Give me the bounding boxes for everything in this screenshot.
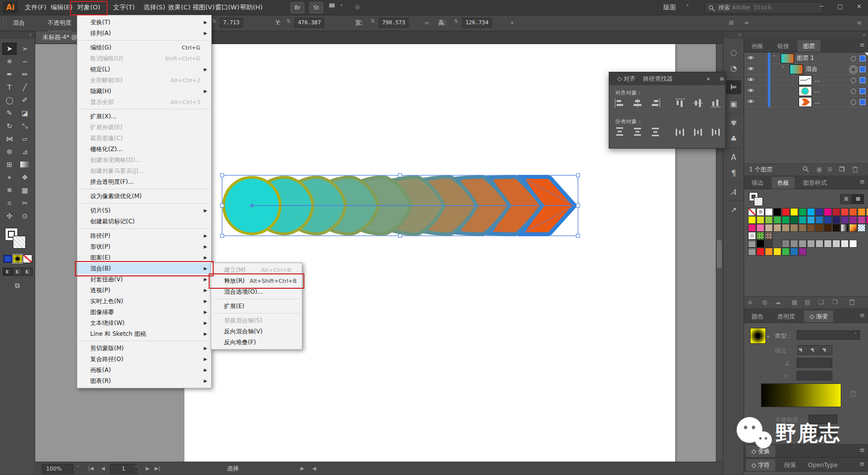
swatch[interactable] (858, 216, 866, 224)
color-button[interactable] (3, 255, 12, 263)
layer-target-icon[interactable] (851, 67, 856, 72)
height-value[interactable]: 126.734 (462, 18, 492, 28)
swatch[interactable] (756, 240, 764, 248)
new-sublayer-icon[interactable]: ⊞ (827, 166, 832, 173)
swatch[interactable] (782, 208, 790, 216)
panel-grid-icon[interactable]: ⊞ (729, 15, 734, 31)
gradient-type-chevron-icon[interactable]: ˅ (854, 332, 857, 338)
object-menu-item-12[interactable]: 栅格化(Z)... (77, 144, 211, 155)
fill-proxy[interactable] (13, 236, 26, 249)
arrange-documents-icon[interactable] (329, 3, 337, 10)
swatch[interactable] (799, 224, 807, 232)
selection-tool[interactable]: ➤ (2, 43, 17, 55)
pathfinder-icon[interactable]: ▣ (726, 97, 741, 111)
object-menu-item-16[interactable]: 设为像素级优化(M) (77, 191, 211, 202)
object-menu-item-23[interactable]: 封套扭曲(V)▶ (77, 274, 211, 285)
selection-handle[interactable] (399, 234, 402, 238)
swatch[interactable] (824, 208, 832, 216)
height-stepper[interactable]: ⇅ (454, 18, 458, 24)
layer-thumbnail[interactable] (799, 75, 812, 85)
swatch[interactable] (773, 216, 781, 224)
swatch[interactable] (832, 216, 840, 224)
swatch[interactable] (807, 216, 815, 224)
new-layer-icon[interactable]: ❐ (839, 166, 845, 173)
color-themes-icon[interactable]: ◍ (762, 299, 767, 306)
selection-handle[interactable] (399, 174, 402, 177)
swatch-libraries-icon[interactable]: ⧈ (748, 299, 752, 306)
menubar-item-9[interactable]: 帮助(H) (235, 0, 268, 15)
brushes-icon[interactable]: ✾ (726, 116, 741, 130)
visibility-eye-icon[interactable] (747, 88, 754, 95)
object-menu-item-26[interactable]: 图像描摹▶ (77, 307, 211, 317)
object-menu-item-28[interactable]: Line 和 Sketch 图稿▶ (77, 328, 211, 339)
visibility-eye-icon[interactable] (747, 55, 754, 62)
transform-menu-icon[interactable]: ≡ (860, 446, 865, 454)
swatch[interactable] (790, 248, 798, 256)
layer-row-1[interactable]: ˅图层 1 (744, 53, 868, 64)
swatch[interactable] (765, 248, 773, 256)
tab-图形样式[interactable]: 图形样式 (798, 177, 832, 189)
object-menu-item-24[interactable]: 透视(P)▶ (77, 285, 211, 296)
swatch[interactable] (815, 208, 823, 216)
object-menu-item-20[interactable]: 形状(P)▶ (77, 241, 211, 252)
layer-selected-indicator[interactable] (860, 88, 866, 94)
layer-target-icon[interactable] (851, 89, 856, 94)
y-value[interactable]: 476.387 (294, 18, 324, 28)
layer-row-2[interactable]: ˅混合 (744, 63, 868, 75)
swatch[interactable] (807, 240, 815, 248)
layer-name[interactable]: ... (814, 85, 820, 96)
swatch-list-view-button[interactable]: ≣ (840, 194, 852, 204)
last-artboard-icon[interactable]: ▶| (155, 464, 160, 473)
object-menu-item-18[interactable]: 创建裁切标记(C) (77, 216, 211, 227)
layers-panel-menu-icon[interactable]: ≡ (860, 41, 865, 49)
swatch[interactable] (815, 216, 823, 224)
artboard-chevron-icon[interactable]: ˅ (135, 464, 137, 473)
distribute-bottom-icon[interactable] (650, 127, 663, 139)
swatch[interactable] (748, 216, 756, 224)
menubar-item-3[interactable]: 对象(O) (72, 0, 105, 15)
swatch[interactable] (773, 224, 781, 232)
tab-颜色[interactable]: 颜色 (746, 311, 769, 322)
locate-object-icon[interactable]: ▣ (816, 166, 822, 173)
stock-search-input[interactable]: 搜索 Adobe Stock (705, 2, 823, 13)
layer-name[interactable]: 混合 (806, 63, 817, 74)
direct-selection-tool[interactable]: ➢ (17, 43, 32, 55)
distribute-left-icon[interactable] (675, 127, 688, 139)
gradient-button[interactable] (13, 255, 22, 263)
swatch[interactable] (756, 216, 764, 224)
swatch[interactable] (807, 208, 815, 216)
dock-expand-icon[interactable]: » (723, 31, 744, 39)
minimize-button[interactable]: ─ (812, 0, 830, 13)
gradient-slider-bar[interactable] (761, 383, 841, 407)
layer-target-icon[interactable] (851, 100, 856, 105)
layer-name[interactable]: 图层 1 (797, 53, 814, 63)
menubar-item-4[interactable]: 文字(T) (108, 0, 140, 15)
width-value[interactable]: 790.573 (379, 18, 408, 28)
swatch[interactable] (765, 224, 773, 232)
object-menu-item-22[interactable]: 混合(B)▶ (77, 263, 211, 274)
swatch[interactable] (799, 248, 807, 256)
export-icon[interactable]: ↗ (726, 203, 741, 217)
layer-name[interactable]: ... (814, 96, 820, 107)
align-left-icon[interactable] (614, 98, 627, 110)
panel-dock-icon[interactable]: ⇥ (744, 15, 749, 31)
blend-submenu-item-3[interactable]: 混合选项(O)... (211, 286, 302, 297)
layer-thumbnail[interactable] (790, 64, 803, 74)
pen-tool[interactable]: ✒ (2, 68, 17, 81)
layer-selected-indicator[interactable] (860, 99, 866, 105)
cloud-icon[interactable]: ☁ (775, 299, 781, 306)
swatch[interactable] (841, 240, 849, 248)
swatch[interactable] (824, 216, 832, 224)
swatch[interactable] (782, 240, 790, 248)
swatch[interactable] (849, 216, 857, 224)
gradient-thumb-chevron-icon[interactable]: ▾ (767, 334, 769, 339)
object-menu-item-9[interactable]: 扩展(X)... (77, 111, 211, 122)
swatch[interactable] (858, 224, 866, 232)
tab-描边[interactable]: 描边 (746, 177, 769, 189)
shaper-tool[interactable]: ✎ (2, 107, 17, 119)
tab-渐变[interactable]: ◇ 渐变 (804, 311, 833, 322)
swatch[interactable] (790, 208, 798, 216)
character-styles-icon[interactable]: A (726, 151, 741, 164)
tab-链接[interactable]: 链接 (772, 40, 795, 52)
expand-chevron-icon[interactable]: ˅ (782, 63, 784, 74)
